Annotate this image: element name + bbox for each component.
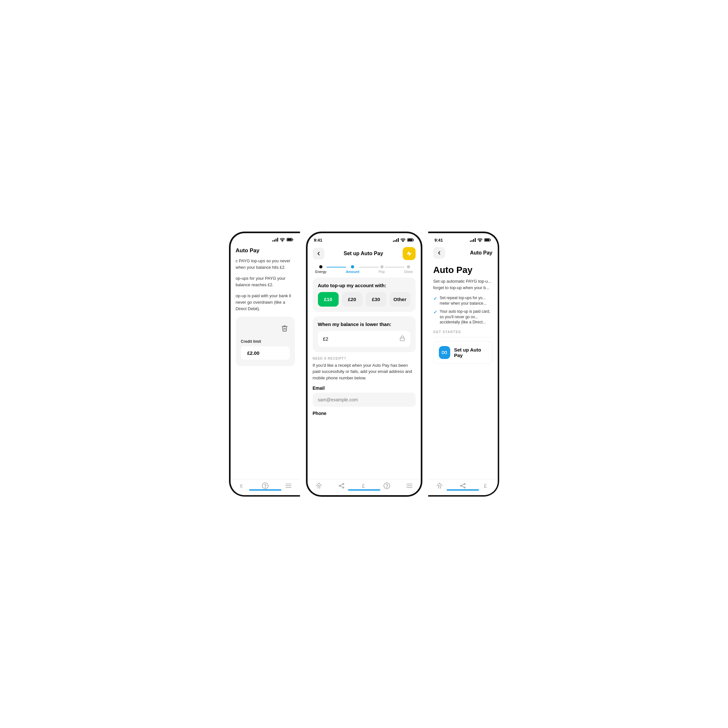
nav-pound-left[interactable]: £ [239, 482, 245, 489]
nav-menu-center[interactable] [406, 482, 413, 489]
step-dot-pay [380, 265, 384, 268]
center-bottom-nav: £ [307, 479, 421, 495]
step-line-1 [327, 267, 346, 268]
back-arrow-icon [316, 251, 321, 257]
svg-text:£: £ [362, 483, 365, 488]
nav-connections-right[interactable] [459, 482, 466, 489]
tab-bar-right [447, 489, 479, 491]
amount-buttons-row: £10 £20 £30 Other [318, 292, 410, 307]
center-status-bar: 9:41 [307, 233, 421, 245]
back-arrow-icon-right [436, 250, 442, 256]
check-icon-2: ✓ [433, 309, 437, 316]
amount-btn-30[interactable]: £30 [366, 292, 387, 307]
receipt-section: NEED A RECEIPT? If you'd like a receipt … [313, 357, 416, 421]
connections-icon-right [459, 482, 466, 489]
right-description: Set up automatic PAYG top-u... forget to… [433, 278, 492, 291]
feature-item-1: ✓ Set repeat top-ups for yo... meter whe… [433, 295, 492, 306]
wifi-icon-center [401, 238, 405, 242]
svg-rect-2 [292, 239, 293, 240]
right-time: 9:41 [435, 238, 443, 243]
svg-line-20 [340, 486, 343, 487]
right-content: Auto Pay Set up automatic PAYG top-u... … [428, 262, 498, 367]
svg-line-35 [462, 486, 464, 487]
amount-btn-10[interactable]: £10 [318, 292, 339, 307]
left-bottom-nav: £ [231, 479, 300, 495]
credit-limit-value: £2.00 [241, 346, 290, 359]
step-label-energy: Energy [315, 270, 327, 274]
delete-icon[interactable] [280, 323, 290, 333]
step-dot-done [407, 265, 410, 268]
right-status-bar: 9:41 [428, 233, 498, 245]
balance-card: When my balance is lower than: £2 [313, 316, 416, 352]
nav-home-center[interactable] [315, 482, 323, 489]
svg-point-5 [262, 483, 268, 488]
left-body-text-2: op-ups for your PAYG your balance reache… [236, 275, 295, 288]
bolt-button[interactable] [403, 247, 416, 260]
svg-marker-14 [407, 251, 411, 256]
receipt-section-label: NEED A RECEIPT? [313, 357, 416, 360]
setup-auto-pay-button[interactable]: Set up Auto Pay [433, 341, 492, 364]
left-page-title: Auto Pay [236, 248, 295, 254]
home-icon-center [315, 482, 323, 489]
amount-btn-20[interactable]: £20 [342, 292, 362, 307]
balance-value: £2 [323, 336, 329, 341]
nav-help-center[interactable] [383, 482, 390, 489]
svg-rect-30 [485, 239, 489, 241]
menu-icon-left [285, 482, 292, 489]
feature-item-2: ✓ Your auto top-up is paid card, so you'… [433, 309, 492, 325]
step-pay: Pay [379, 265, 385, 274]
amount-card: Auto top-up my account with: £10 £20 £30… [313, 277, 416, 312]
question-icon-left [262, 482, 269, 489]
left-credit-card: Credit limit £2.00 [236, 317, 295, 366]
right-header-title: Auto Pay [470, 250, 492, 256]
home-icon-right [436, 482, 443, 489]
svg-point-22 [384, 483, 389, 488]
svg-point-10 [403, 241, 403, 242]
svg-line-19 [340, 484, 343, 485]
left-status-bar [231, 233, 300, 243]
svg-line-34 [462, 484, 464, 485]
phone-label: Phone [313, 411, 416, 416]
tab-bar-center [348, 489, 380, 491]
email-input[interactable] [313, 393, 416, 407]
pound-icon-center: £ [361, 482, 368, 489]
nav-menu-left[interactable] [285, 482, 292, 489]
svg-rect-12 [413, 239, 414, 241]
infinity-icon [441, 349, 448, 356]
center-content: Auto top-up my account with: £10 £20 £30… [307, 277, 421, 421]
nav-help-left[interactable] [262, 482, 269, 489]
svg-point-0 [282, 241, 283, 241]
signal-bars-left [272, 238, 278, 242]
get-started-label: GET STARTED [433, 330, 492, 334]
nav-pound-right[interactable]: £ [483, 482, 489, 489]
svg-point-23 [387, 487, 387, 487]
nav-pound-center[interactable]: £ [361, 482, 368, 489]
svg-point-6 [265, 487, 265, 487]
battery-icon-right [484, 238, 491, 242]
back-button-right[interactable] [433, 247, 445, 259]
battery-icon-left [286, 238, 294, 242]
bolt-icon [406, 250, 412, 257]
right-page-title: Auto Pay [433, 265, 492, 275]
setup-btn-label: Set up Auto Pay [454, 347, 487, 358]
credit-limit-label: Credit limit [241, 339, 261, 344]
infinity-icon-container [439, 346, 450, 359]
amount-btn-other[interactable]: Other [390, 292, 410, 307]
left-body-text-3: op-up is paid with your bank ll never go… [236, 293, 295, 312]
svg-rect-13 [407, 239, 412, 241]
auto-topup-title: Auto top-up my account with: [318, 283, 410, 288]
nav-connections-center[interactable] [338, 482, 345, 489]
svg-point-27 [480, 241, 480, 242]
balance-title: When my balance is lower than: [318, 321, 410, 327]
receipt-text: If you'd like a receipt when your Auto P… [313, 362, 416, 381]
step-amount: Amount [346, 265, 359, 274]
step-label-amount: Amount [346, 270, 359, 274]
nav-home-right[interactable] [436, 482, 443, 489]
back-button-center[interactable] [313, 248, 324, 259]
left-phone: Auto Pay c PAYG top-ups so you never whe… [229, 232, 300, 497]
step-dot-amount [351, 265, 354, 268]
step-done: Done [404, 265, 413, 274]
center-phone: 9:41 [306, 232, 422, 497]
divider [433, 337, 492, 337]
svg-rect-3 [287, 239, 291, 241]
